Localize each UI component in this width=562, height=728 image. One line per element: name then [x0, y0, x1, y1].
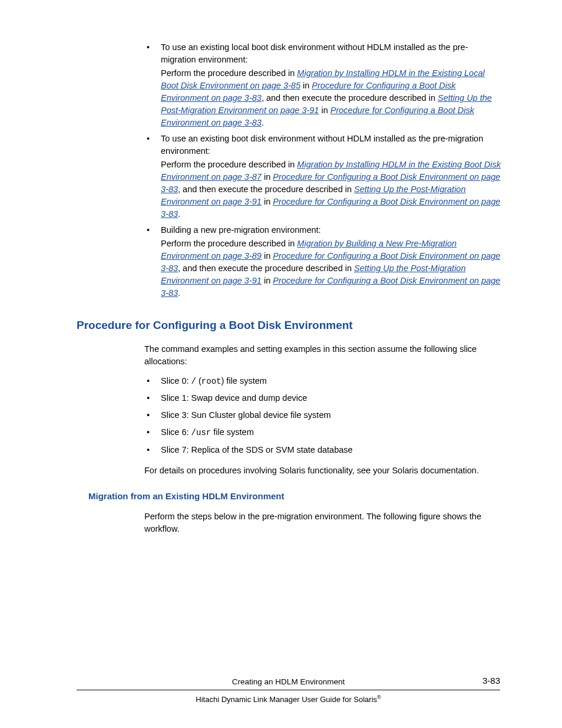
- subsection-body: Perform the steps below in the pre-migra…: [77, 510, 503, 535]
- list-item: Slice 7: Replica of the SDS or SVM state…: [144, 444, 503, 456]
- list-item: Slice 1: Swap device and dump device: [144, 392, 503, 404]
- footer-page-number: 3-83: [482, 674, 500, 687]
- subsection-heading: Migration from an Existing HDLM Environm…: [77, 490, 503, 503]
- bullet-paragraph: Perform the procedure described in Migra…: [161, 67, 503, 129]
- registered-icon: ®: [377, 694, 381, 700]
- bullet-item: To use an existing boot disk environment…: [144, 133, 503, 220]
- bullet-lead: Building a new pre-migration environment…: [161, 224, 503, 236]
- bullet-item: To use an existing local boot disk envir…: [144, 41, 503, 129]
- bullet-paragraph: Perform the procedure described in Migra…: [161, 238, 503, 299]
- top-bullet-list: To use an existing local boot disk envir…: [144, 41, 503, 299]
- section-heading: Procedure for Configuring a Boot Disk En…: [77, 317, 503, 334]
- bullet-lead: To use an existing boot disk environment…: [161, 133, 503, 157]
- section-after: For details on procedures involving Sola…: [144, 465, 503, 477]
- footer-top-row: Creating an HDLM Environment 3-83: [77, 676, 500, 690]
- list-item: Slice 6: /usr file system: [144, 426, 503, 439]
- list-item: Slice 0: / (root) file system: [144, 375, 503, 387]
- subsection-text: Perform the steps below in the pre-migra…: [144, 510, 503, 535]
- bullet-lead: To use an existing local boot disk envir…: [161, 41, 503, 66]
- bullet-paragraph: Perform the procedure described in Migra…: [161, 159, 503, 220]
- section-body: The command examples and setting example…: [77, 343, 503, 477]
- section-intro: The command examples and setting example…: [144, 343, 503, 368]
- main-content: To use an existing local boot disk envir…: [77, 41, 503, 299]
- slice-list: Slice 0: / (root) file system Slice 1: S…: [144, 375, 503, 456]
- footer-chapter: Creating an HDLM Environment: [232, 676, 345, 688]
- page-footer: Creating an HDLM Environment 3-83 Hitach…: [77, 676, 500, 706]
- list-item: Slice 3: Sun Cluster global device file …: [144, 409, 503, 421]
- footer-doc-title: Hitachi Dynamic Link Manager User Guide …: [77, 690, 500, 706]
- bullet-item: Building a new pre-migration environment…: [144, 224, 503, 299]
